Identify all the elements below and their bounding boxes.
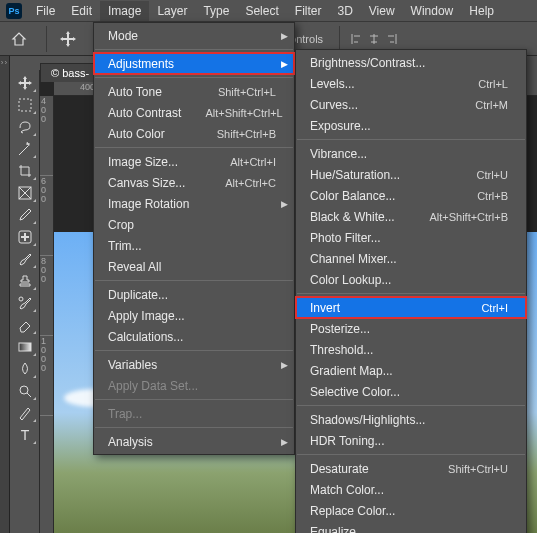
image-menu-auto-tone[interactable]: Auto ToneShift+Ctrl+L [94,81,294,102]
menubar-item-help[interactable]: Help [461,1,502,21]
adjust-menu-color-balance[interactable]: Color Balance...Ctrl+B [296,185,526,206]
menu-item-label: Match Color... [310,483,384,497]
image-menu-adjustments[interactable]: Adjustments▶ [94,53,294,74]
menubar-item-file[interactable]: File [28,1,63,21]
image-menu-apply-image[interactable]: Apply Image... [94,305,294,326]
tool-marquee[interactable] [12,94,38,116]
image-menu-duplicate[interactable]: Duplicate... [94,284,294,305]
tool-lasso[interactable] [12,116,38,138]
adjust-menu-hdr-toning[interactable]: HDR Toning... [296,430,526,451]
menubar-item-select[interactable]: Select [237,1,286,21]
adjust-menu-exposure[interactable]: Exposure... [296,115,526,136]
image-menu-image-size[interactable]: Image Size...Alt+Ctrl+I [94,151,294,172]
tool-pen[interactable] [12,402,38,424]
menu-item-label: Mode [108,29,138,43]
menubar-item-type[interactable]: Type [195,1,237,21]
tool-type[interactable]: T [12,424,38,446]
tool-frame[interactable] [12,182,38,204]
image-menu-calculations[interactable]: Calculations... [94,326,294,347]
adjust-menu-posterize[interactable]: Posterize... [296,318,526,339]
adjust-menu-photo-filter[interactable]: Photo Filter... [296,227,526,248]
adjust-menu-replace-color[interactable]: Replace Color... [296,500,526,521]
move-tool-icon[interactable] [57,28,79,50]
menubar-item-3d[interactable]: 3D [329,1,360,21]
image-menu-trim[interactable]: Trim... [94,235,294,256]
adjust-menu-vibrance[interactable]: Vibrance... [296,143,526,164]
menubar-item-view[interactable]: View [361,1,403,21]
adjust-menu-threshold[interactable]: Threshold... [296,339,526,360]
home-icon[interactable] [8,28,30,50]
menu-item-shortcut: Shift+Ctrl+B [217,128,276,140]
document-tab[interactable]: © bass- [40,63,100,82]
adjust-menu-brightness-contrast[interactable]: Brightness/Contrast... [296,52,526,73]
adjust-menu-shadows-highlights[interactable]: Shadows/Highlights... [296,409,526,430]
menu-item-label: Image Size... [108,155,178,169]
adjust-menu-channel-mixer[interactable]: Channel Mixer... [296,248,526,269]
adjust-menu-divider [297,293,525,294]
image-menu-divider [95,399,293,400]
image-menu-trap: Trap... [94,403,294,424]
tool-brush[interactable] [12,248,38,270]
adjust-menu-equalize[interactable]: Equalize [296,521,526,533]
image-menu-divider [95,280,293,281]
menu-item-label: Equalize [310,525,356,534]
align-icons[interactable] [350,32,402,46]
svg-point-23 [19,297,23,301]
image-menu-analysis[interactable]: Analysis▶ [94,431,294,452]
tool-eyedropper[interactable] [12,204,38,226]
tool-wand[interactable] [12,138,38,160]
menu-item-label: Vibrance... [310,147,367,161]
submenu-arrow-icon: ▶ [281,31,288,41]
adjust-menu-selective-color[interactable]: Selective Color... [296,381,526,402]
menu-item-label: Channel Mixer... [310,252,397,266]
tool-move[interactable] [12,72,38,94]
menu-item-shortcut: Alt+Ctrl+I [230,156,276,168]
menubar-item-window[interactable]: Window [403,1,462,21]
adjust-menu-invert[interactable]: InvertCtrl+I [296,297,526,318]
menu-item-label: Calculations... [108,330,183,344]
image-menu-reveal-all[interactable]: Reveal All [94,256,294,277]
adjust-menu-divider [297,454,525,455]
adjust-menu-match-color[interactable]: Match Color... [296,479,526,500]
tool-gradient[interactable] [12,336,38,358]
adjust-menu-gradient-map[interactable]: Gradient Map... [296,360,526,381]
menubar-item-image[interactable]: Image [100,1,149,21]
image-menu-image-rotation[interactable]: Image Rotation▶ [94,193,294,214]
submenu-arrow-icon: ▶ [281,360,288,370]
image-menu-mode[interactable]: Mode▶ [94,25,294,46]
image-menu-crop[interactable]: Crop [94,214,294,235]
menu-item-label: Exposure... [310,119,371,133]
tool-eraser[interactable] [12,314,38,336]
adjust-menu-color-lookup[interactable]: Color Lookup... [296,269,526,290]
adjust-menu-hue-saturation[interactable]: Hue/Saturation...Ctrl+U [296,164,526,185]
menubar-item-layer[interactable]: Layer [149,1,195,21]
image-menu-auto-contrast[interactable]: Auto ContrastAlt+Shift+Ctrl+L [94,102,294,123]
menubar-item-filter[interactable]: Filter [287,1,330,21]
menu-item-label: Variables [108,358,157,372]
image-menu-auto-color[interactable]: Auto ColorShift+Ctrl+B [94,123,294,144]
menu-item-shortcut: Ctrl+M [475,99,508,111]
menubar-item-edit[interactable]: Edit [63,1,100,21]
menu-item-label: Trap... [108,407,142,421]
image-menu-apply-data-set: Apply Data Set... [94,375,294,396]
adjust-menu-desaturate[interactable]: DesaturateShift+Ctrl+U [296,458,526,479]
adjust-menu-curves[interactable]: Curves...Ctrl+M [296,94,526,115]
menu-item-label: Shadows/Highlights... [310,413,425,427]
menu-item-label: Brightness/Contrast... [310,56,425,70]
menu-item-label: Image Rotation [108,197,189,211]
tool-stamp[interactable] [12,270,38,292]
tool-dodge[interactable] [12,380,38,402]
tool-crop[interactable] [12,160,38,182]
adjust-menu-levels[interactable]: Levels...Ctrl+L [296,73,526,94]
image-menu-canvas-size[interactable]: Canvas Size...Alt+Ctrl+C [94,172,294,193]
tool-blur[interactable] [12,358,38,380]
tool-history-brush[interactable] [12,292,38,314]
menu-item-shortcut: Ctrl+B [477,190,508,202]
menu-item-label: Photo Filter... [310,231,381,245]
document-tabs: © bass- [40,60,100,82]
adjust-menu-black-white[interactable]: Black & White...Alt+Shift+Ctrl+B [296,206,526,227]
image-menu-variables[interactable]: Variables▶ [94,354,294,375]
menu-item-label: Curves... [310,98,358,112]
tool-healing[interactable] [12,226,38,248]
image-menu-divider [95,147,293,148]
